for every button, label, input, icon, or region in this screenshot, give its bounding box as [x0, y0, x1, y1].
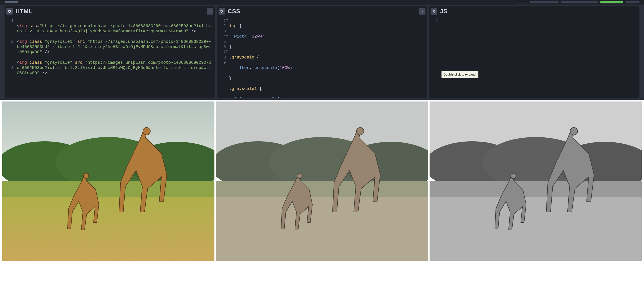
- line-number: 2: [4, 39, 14, 44]
- line-number: 1: [429, 18, 438, 24]
- line-number: 4: [217, 34, 226, 39]
- line-number: 7: [217, 50, 226, 55]
- line-number: 1: [4, 18, 14, 24]
- top-button-2[interactable]: [530, 1, 558, 4]
- js-editor[interactable]: 1 Double-click to expand.: [429, 16, 640, 98]
- svg-point-30: [570, 127, 578, 135]
- preview-image-grayscale-full: [430, 102, 642, 304]
- css-code-body[interactable]: img { width: 32vw; } .grayscale { filter…: [227, 16, 427, 98]
- css-panel-header: CSS: [217, 6, 427, 16]
- html-panel-title: HTML: [16, 8, 32, 15]
- line-number: 8: [217, 55, 226, 60]
- svg-rect-21: [216, 197, 428, 261]
- css-gutter: 1 2 3 4 5 6 7 8 9: [217, 16, 227, 98]
- svg-point-31: [511, 173, 516, 178]
- preview-pane: [0, 100, 644, 304]
- giraffe-image: [2, 102, 214, 261]
- gear-icon[interactable]: [218, 8, 225, 15]
- svg-rect-29: [430, 197, 642, 261]
- giraffe-image: [430, 102, 642, 261]
- line-number: 6: [217, 44, 226, 50]
- editor-row: HTML 1 2 3 <img src="https://images.unsp…: [0, 5, 644, 100]
- svg-point-7: [84, 173, 89, 178]
- gear-icon[interactable]: [431, 8, 437, 15]
- preview-image-grayscale-half: [216, 102, 428, 304]
- html-code-body[interactable]: <img src="https://images.unsplash.com/ph…: [15, 16, 215, 98]
- line-number: 9: [217, 60, 226, 65]
- top-button-5[interactable]: [626, 1, 640, 4]
- top-bar: [0, 0, 644, 5]
- js-panel: JS 1 Double-click to expand.: [429, 6, 640, 98]
- chevron-down-icon[interactable]: [419, 8, 426, 15]
- line-number: 1: [217, 18, 226, 24]
- svg-rect-5: [2, 197, 214, 261]
- html-panel: HTML 1 2 3 <img src="https://images.unsp…: [4, 6, 215, 98]
- svg-point-22: [356, 127, 364, 135]
- preview-image-normal: [2, 102, 214, 304]
- app-root: HTML 1 2 3 <img src="https://images.unsp…: [0, 0, 644, 304]
- top-button-1[interactable]: [516, 1, 527, 4]
- gear-icon[interactable]: [6, 8, 13, 15]
- expand-tooltip: Double-click to expand.: [442, 71, 479, 78]
- view-badge[interactable]: [4, 1, 18, 3]
- css-panel-title: CSS: [228, 8, 240, 15]
- js-gutter: 1: [429, 16, 440, 98]
- html-gutter: 1 2 3: [4, 16, 15, 98]
- save-button[interactable]: [600, 1, 623, 4]
- top-button-3[interactable]: [561, 1, 598, 4]
- line-number: 3: [217, 29, 226, 34]
- html-panel-header: HTML: [4, 6, 215, 16]
- js-panel-header: JS: [429, 6, 640, 16]
- chevron-down-icon[interactable]: [207, 8, 213, 15]
- giraffe-image: [216, 102, 428, 261]
- line-number: 5: [217, 39, 226, 44]
- html-editor[interactable]: 1 2 3 <img src="https://images.unsplash.…: [4, 16, 215, 98]
- svg-point-6: [143, 127, 150, 135]
- line-number: 3: [4, 65, 14, 71]
- svg-point-23: [297, 173, 302, 178]
- top-bar-left: [4, 1, 18, 3]
- css-editor[interactable]: 1 2 3 4 5 6 7 8 9 img { width: 32vw; } .…: [217, 16, 427, 98]
- line-number: 2: [217, 24, 226, 29]
- js-panel-title: JS: [440, 8, 448, 15]
- js-code-body[interactable]: Double-click to expand.: [440, 16, 640, 98]
- css-panel: CSS 1 2 3 4 5 6 7 8 9: [217, 6, 427, 98]
- top-bar-right: [516, 1, 640, 4]
